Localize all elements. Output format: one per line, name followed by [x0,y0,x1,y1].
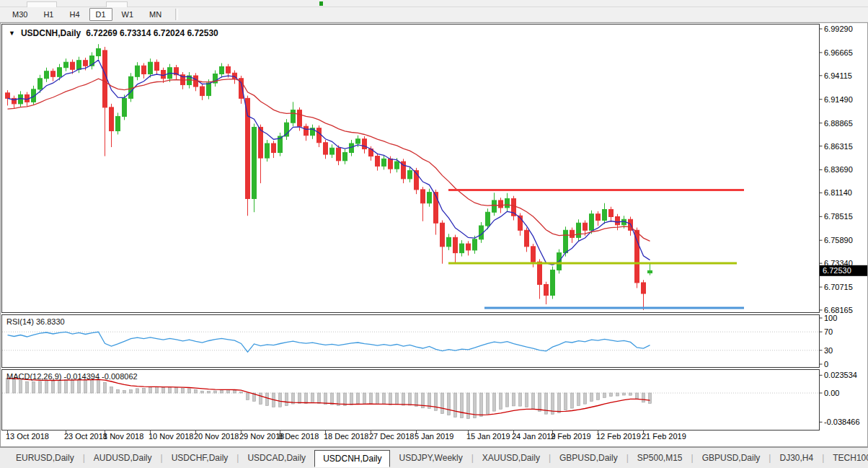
candle-body [642,283,646,293]
price-axis-label: 6.81140 [824,188,852,197]
candle-body [58,68,62,77]
candle-body [551,270,555,295]
candle-body [648,270,652,273]
tab-gbpusd-daily[interactable]: GBPUSD,Daily [694,449,769,467]
candle-body [324,143,328,154]
candle-body [350,144,354,153]
date-axis-label: 12 Feb 2019 [596,432,641,441]
candle-body [337,148,341,161]
clipped-toolbar-button [27,1,57,7]
candle-body [149,62,153,74]
tab-gbpusd-daily[interactable]: GBPUSD,Daily [551,449,626,467]
candle-body [38,79,43,89]
tab-dj30-h4[interactable]: DJ30,H4 [771,449,822,467]
tab-usdchf-daily[interactable]: USDCHF,Daily [163,449,237,467]
candle-body [447,237,451,247]
candle-body [142,66,146,74]
macd-bar [149,387,152,393]
macd-bar [487,393,490,414]
candle-body [531,247,536,262]
candle-body [161,71,166,79]
macd-bar [78,379,81,393]
macd-bar [629,393,632,395]
timeframe-w1-button[interactable]: W1 [115,8,141,21]
candle-body [343,153,347,161]
macd-bar [195,389,198,393]
candle-body [129,76,133,98]
timeframe-h4-button[interactable]: H4 [63,8,86,21]
macd-bar [441,393,444,414]
timeframe-toolbar: M30H1H4D1W1MN [0,7,868,22]
macd-bar [584,393,587,404]
tab-sp500-m15[interactable]: SP500,M15 [629,449,691,467]
candle-body [330,148,335,154]
chart-ohlc-values: 6.72269 6.73314 6.72024 6.72530 [86,28,218,38]
macd-bar [13,380,16,393]
candle-body [616,217,620,225]
macd-bar [370,393,373,404]
macd-bar [480,393,483,416]
candle-body [499,200,503,208]
candle-body [421,190,425,203]
candle-body [252,127,257,198]
macd-bar [188,389,191,393]
candle-body [272,144,276,153]
candle-body [6,93,10,99]
macd-bar [285,393,288,406]
price-axis-label: 6.86315 [824,142,853,151]
price-axis-label: 6.96665 [824,48,853,57]
candle-body [428,193,432,203]
candle-body [304,126,309,136]
chart-dropdown-icon[interactable]: ▼ [9,30,15,37]
macd-bar [493,393,496,411]
tab-usdjpy-weekly[interactable]: USDJPY,Weekly [390,449,471,467]
timeframe-h1-button[interactable]: H1 [37,8,60,21]
candle-body [596,214,601,221]
candle-body [103,50,107,107]
macd-bar [448,393,451,415]
tab-tech100[interactable]: TECH100 [824,449,868,467]
tab-usdcnh-daily[interactable]: USDCNH,Daily [314,450,390,467]
macd-bar [201,391,204,393]
macd-bar [324,393,327,405]
macd-bar [461,393,464,418]
timeframe-d1-button[interactable]: D1 [89,8,112,21]
macd-indicator-label: MACD(12,26,9) -0.014394 -0.008062 [6,372,138,381]
macd-bar [415,393,418,407]
macd-bar [32,381,35,393]
macd-bar [610,393,613,397]
macd-bar [39,381,42,393]
timeframe-m30-button[interactable]: M30 [6,8,34,21]
macd-bar [130,390,133,393]
macd-bar [357,393,360,404]
macd-bar [331,393,334,405]
timeframe-mn-button[interactable]: MN [143,8,168,21]
macd-bar [616,393,619,396]
tab-audusd-daily[interactable]: AUDUSD,Daily [85,449,161,467]
chart-canvas[interactable]: 6.992906.966656.941156.914906.888656.863… [0,22,868,447]
tab-xauusd-daily[interactable]: XAUUSD,Daily [474,449,549,467]
date-axis-label: 23 Oct 2018 [64,432,107,441]
macd-bar [571,393,574,408]
candle-body [207,83,211,96]
macd-bar [279,393,282,407]
macd-bar [597,393,600,399]
tab-eurusd-daily[interactable]: EURUSD,Daily [7,449,83,467]
mt4-window: M30H1H4D1W1MN 6.992906.966656.941156.914… [0,0,868,468]
candle-body [577,223,581,237]
tab-usdcad-daily[interactable]: USDCAD,Daily [239,449,314,467]
candle-body [136,66,140,76]
rsi-axis-label: 0 [824,360,828,368]
date-axis-label: 8 Dec 2018 [278,432,319,441]
macd-bar [266,393,269,405]
macd-bar [58,380,61,393]
macd-bar [402,393,405,405]
macd-bar [117,389,120,393]
macd-bar [260,393,262,405]
macd-bar [344,393,347,405]
macd-bar [500,393,502,409]
candle-body [434,193,438,224]
macd-bar [110,387,113,393]
candle-body [363,139,367,149]
macd-bar [409,393,412,405]
